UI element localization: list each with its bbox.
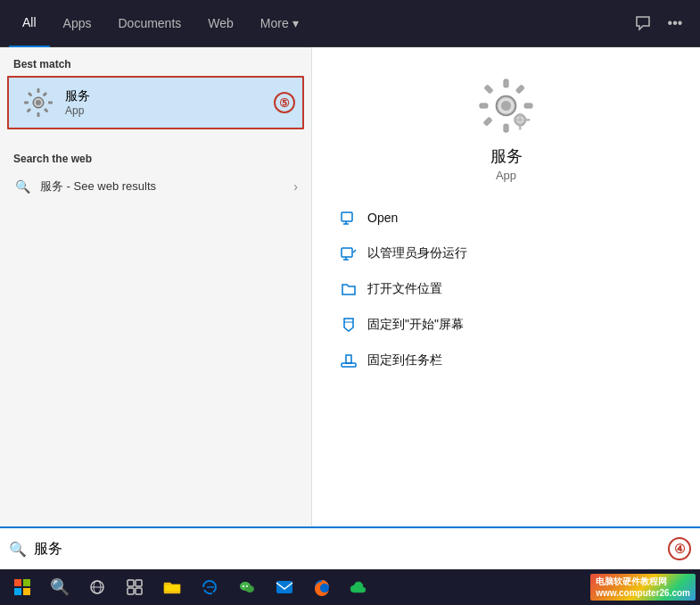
right-app-type: App [496,169,516,182]
web-search-item[interactable]: 🔍 服务 - See web results › [0,170,311,203]
firefox-button[interactable] [304,569,340,605]
taskbar-manager-button[interactable] [117,569,152,605]
search-bar: 🔍 服务 ④ [0,526,700,569]
search-loop-icon: 🔍 [13,178,31,195]
svg-point-10 [36,100,41,105]
svg-point-42 [243,585,244,587]
svg-rect-26 [519,125,522,129]
svg-rect-30 [342,248,352,257]
feedback-icon[interactable] [627,7,659,39]
action-pin-start[interactable]: 固定到"开始"屏幕 [330,307,682,343]
svg-rect-14 [480,103,488,108]
svg-rect-29 [342,212,352,221]
action-run-as-admin[interactable]: 以管理员身份运行 [330,236,682,271]
pin-start-label: 固定到"开始"屏幕 [367,317,464,333]
action-list: Open 以管理员身份运行 [312,200,700,378]
tab-more[interactable]: More ▾ [247,0,312,47]
svg-rect-7 [42,92,47,97]
svg-rect-4 [48,102,53,104]
taskbar: 🔍 [0,569,700,605]
cloud-button[interactable] [342,569,377,605]
wechat-button[interactable] [229,569,265,605]
app-info: 服务 App [65,88,90,117]
open-label: Open [367,211,398,225]
svg-rect-36 [128,580,134,586]
edge-button[interactable] [192,569,227,605]
tab-apps[interactable]: Apps [50,0,105,47]
action-open[interactable]: Open [330,200,682,236]
task-view-button[interactable] [79,569,115,605]
svg-rect-39 [136,588,142,594]
action-open-file-location[interactable]: 打开文件位置 [330,271,682,307]
svg-rect-16 [484,84,494,94]
windows-start-button[interactable] [4,569,40,605]
run-as-admin-label: 以管理员身份运行 [367,245,467,261]
services-app-icon-large [475,74,538,137]
svg-rect-2 [37,112,40,117]
svg-rect-19 [483,116,493,126]
services-app-icon-small [22,87,54,119]
app-name-label: 服务 [65,88,90,104]
arrow-right-icon: › [293,179,298,194]
svg-rect-1 [37,88,40,93]
svg-rect-8 [26,108,31,113]
best-match-item[interactable]: 服务 App ⑤ [7,76,304,129]
step-4-badge: ④ [668,537,691,560]
right-app-name: 服务 [490,145,523,167]
svg-point-43 [246,585,248,587]
brand-watermark: 电脑软硬件教程网 www.computer26.com [590,574,696,601]
admin-icon [339,244,358,263]
step-5-badge: ⑤ [274,92,295,113]
svg-rect-38 [128,588,134,594]
open-file-location-label: 打开文件位置 [367,281,442,297]
pin-start-icon [339,315,358,335]
svg-rect-5 [28,92,33,97]
tab-documents[interactable]: Documents [104,0,194,47]
more-options-icon[interactable]: ••• [659,7,691,39]
svg-rect-3 [24,102,29,104]
file-explorer-button[interactable] [154,569,190,605]
tab-all[interactable]: All [9,0,50,47]
pin-taskbar-icon [339,351,358,370]
main-content-area: Best match [0,47,700,526]
top-navigation-bar: All Apps Documents Web More ▾ ••• [0,0,700,47]
svg-rect-25 [519,112,522,117]
svg-rect-13 [504,123,509,131]
svg-point-21 [501,100,511,110]
taskbar-search-button[interactable]: 🔍 [42,569,78,605]
open-icon [339,208,358,228]
action-pin-taskbar[interactable]: 固定到任务栏 [330,343,682,378]
file-location-icon [339,279,358,299]
svg-rect-15 [524,103,532,108]
tab-web[interactable]: Web [194,0,247,47]
svg-rect-6 [44,108,49,113]
web-search-label: 服务 - See web results [40,178,156,195]
search-input[interactable]: 服务 [34,540,659,559]
right-detail-panel: 服务 App Open [312,47,700,526]
svg-rect-44 [276,581,292,593]
best-match-title: Best match [0,47,311,76]
app-type-label: App [65,104,90,117]
svg-point-24 [518,117,523,121]
search-web-section: Search the web 🔍 服务 - See web results › [0,133,311,207]
svg-rect-12 [504,79,509,87]
search-bar-icon: 🔍 [9,541,27,558]
svg-rect-27 [514,118,518,120]
svg-rect-28 [526,118,531,120]
pin-taskbar-label: 固定到任务栏 [367,352,442,369]
email-button[interactable] [267,569,302,605]
search-web-title: Search the web [0,142,311,170]
left-results-panel: Best match [0,47,312,526]
svg-rect-18 [515,84,525,94]
svg-rect-37 [136,580,142,586]
